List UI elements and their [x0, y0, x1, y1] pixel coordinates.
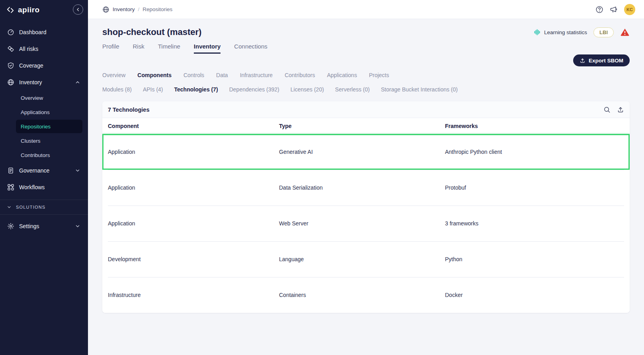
stats-icon	[534, 29, 541, 36]
cell-frameworks: Docker	[445, 292, 624, 298]
sidebar-subitem-repositories[interactable]: Repositories	[16, 120, 82, 133]
cell-component: Development	[108, 256, 279, 262]
subsubtab-apis-4[interactable]: APIs (4)	[143, 86, 163, 93]
cell-component: Application	[108, 220, 279, 227]
subtab-projects[interactable]: Projects	[369, 72, 389, 78]
cell-type: Containers	[279, 292, 445, 298]
sidebar-item-governance[interactable]: Governance	[0, 162, 88, 179]
sidebar-item-inventory[interactable]: Inventory	[0, 74, 88, 91]
subtab-infrastructure[interactable]: Infrastructure	[240, 72, 273, 78]
sidebar-subitem-overview[interactable]: Overview	[16, 91, 82, 105]
apiiro-logo-text: apiiro	[18, 6, 40, 14]
sidebar-collapse-button[interactable]	[73, 4, 83, 15]
apiiro-logo-icon	[6, 6, 14, 14]
topbar: Inventory / Repositories KC	[88, 0, 644, 19]
card-header: 7 Technologies	[102, 101, 630, 118]
announcements-icon[interactable]	[610, 6, 618, 14]
subtab-data[interactable]: Data	[216, 72, 228, 78]
table-row[interactable]: ApplicationWeb Server3 frameworks	[102, 206, 630, 241]
subtab-components[interactable]: Components	[137, 72, 172, 78]
table-header-row: ComponentTypeFrameworks	[102, 118, 630, 134]
subtab-overview[interactable]: Overview	[102, 72, 125, 78]
avatar[interactable]: KC	[624, 4, 635, 15]
sidebar-item-label: Settings	[19, 223, 39, 229]
column-header-type: Type	[279, 123, 445, 129]
coverage-icon	[7, 62, 14, 69]
table-row[interactable]: DevelopmentLanguagePython	[102, 241, 630, 277]
search-icon[interactable]	[603, 106, 611, 113]
export-sbom-label: Export SBOM	[589, 58, 623, 64]
tab-risk[interactable]: Risk	[133, 43, 144, 54]
tab-inventory[interactable]: Inventory	[194, 43, 221, 54]
cell-type: Web Server	[279, 220, 445, 227]
sidebar-item-workflows[interactable]: Workflows	[0, 179, 88, 196]
export-table-icon[interactable]	[617, 106, 624, 113]
risks-icon	[7, 45, 14, 52]
learning-statistics-label: Learning statistics	[544, 29, 587, 35]
cell-frameworks: Anthropic Python client	[445, 149, 624, 155]
help-icon[interactable]	[595, 6, 603, 14]
breadcrumb-inventory[interactable]: Inventory	[113, 6, 135, 12]
page-title: shop-checkout (master)	[102, 27, 201, 37]
tab-profile[interactable]: Profile	[102, 43, 119, 54]
learning-statistics-button[interactable]: Learning statistics	[534, 29, 587, 36]
technology-tabs: Modules (8)APIs (4)Technologies (7)Depen…	[102, 86, 630, 93]
subsubtab-licenses-20[interactable]: Licenses (20)	[291, 86, 324, 93]
sidebar-subitem-clusters[interactable]: Clusters	[16, 134, 82, 147]
cell-type: Generative AI	[279, 149, 445, 155]
subsubtab-modules-8[interactable]: Modules (8)	[102, 86, 132, 93]
primary-tabs: ProfileRiskTimelineInventoryConnections	[102, 43, 630, 54]
breadcrumb-separator: /	[138, 6, 140, 12]
topbar-actions: KC	[595, 4, 635, 15]
cell-frameworks: Protobuf	[445, 184, 624, 191]
cell-component: Infrastructure	[108, 292, 279, 298]
main-area: Inventory / Repositories KC shop-checkou…	[88, 0, 644, 355]
table-body: ApplicationGenerative AIAnthropic Python…	[102, 134, 630, 313]
column-header-frameworks: Frameworks	[445, 123, 624, 129]
cell-component: Application	[108, 149, 279, 155]
tab-timeline[interactable]: Timeline	[158, 43, 180, 54]
subtab-contributors[interactable]: Contributors	[285, 72, 315, 78]
sidebar-item-label: Workflows	[19, 184, 45, 190]
sidebar-solutions-toggle[interactable]: SOLUTIONS	[0, 200, 88, 215]
chevron-up-icon	[74, 79, 81, 85]
title-row: shop-checkout (master) Learning statisti…	[102, 27, 630, 37]
cell-frameworks: 3 frameworks	[445, 220, 624, 227]
sidebar-subitem-applications[interactable]: Applications	[16, 105, 82, 119]
chevron-left-icon	[75, 7, 81, 12]
breadcrumb-repositories: Repositories	[142, 6, 172, 12]
subsubtab-serverless-0[interactable]: Serverless (0)	[335, 86, 370, 93]
governance-icon	[7, 167, 14, 174]
export-row: Export SBOM	[102, 54, 630, 67]
sidebar-subitem-contributors[interactable]: Contributors	[16, 148, 82, 162]
component-tabs: OverviewComponentsControlsDataInfrastruc…	[102, 72, 630, 78]
table-row[interactable]: InfrastructureContainersDocker	[102, 277, 630, 313]
chevron-down-icon	[74, 223, 81, 229]
sidebar-item-all-risks[interactable]: All risks	[0, 41, 88, 57]
cell-frameworks: Python	[445, 256, 624, 262]
sidebar-item-label: Coverage	[19, 62, 43, 69]
sidebar-item-coverage[interactable]: Coverage	[0, 57, 88, 74]
tab-connections[interactable]: Connections	[234, 43, 267, 54]
card-actions	[603, 106, 624, 113]
subtab-controls[interactable]: Controls	[183, 72, 204, 78]
sidebar-item-label: Inventory	[19, 79, 42, 85]
sidebar-nav: DashboardAll risksCoverageInventoryOverv…	[0, 24, 88, 196]
sidebar: apiiro DashboardAll risksCoverageInvento…	[0, 0, 88, 355]
chevron-down-icon	[6, 204, 12, 210]
subsubtab-storage-bucket-interactions-0[interactable]: Storage Bucket Interactions (0)	[381, 86, 458, 93]
subsubtab-technologies-7[interactable]: Technologies (7)	[174, 86, 218, 93]
export-sbom-button[interactable]: Export SBOM	[573, 54, 630, 66]
column-header-component: Component	[108, 123, 279, 129]
subsubtab-dependencies-392[interactable]: Dependencies (392)	[229, 86, 279, 93]
warning-icon[interactable]	[620, 27, 630, 37]
sidebar-item-dashboard[interactable]: Dashboard	[0, 24, 88, 41]
sidebar-item-settings[interactable]: Settings	[0, 218, 88, 235]
globe-icon	[102, 6, 109, 13]
chevron-down-icon	[74, 167, 81, 174]
table-row[interactable]: ApplicationGenerative AIAnthropic Python…	[102, 134, 630, 170]
table-row[interactable]: ApplicationData SerializationProtobuf	[102, 170, 630, 206]
lbi-badge[interactable]: LBI	[593, 27, 614, 37]
cell-type: Language	[279, 256, 445, 262]
subtab-applications[interactable]: Applications	[327, 72, 357, 78]
